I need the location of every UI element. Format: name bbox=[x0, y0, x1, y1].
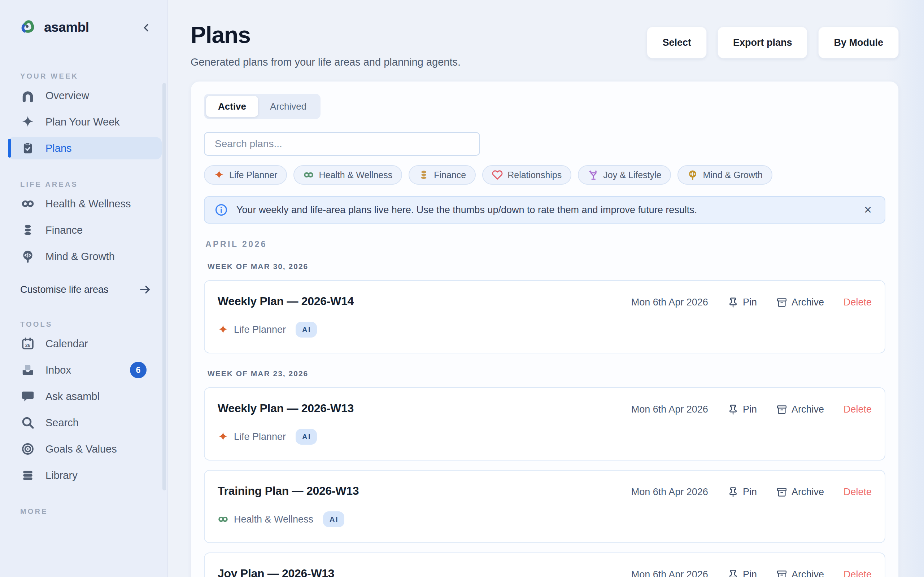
sparkle-icon bbox=[214, 169, 225, 180]
delete-button[interactable]: Delete bbox=[843, 297, 872, 308]
filter-chip-mind-growth[interactable]: Mind & Growth bbox=[677, 165, 772, 185]
chip-label: Health & Wellness bbox=[319, 170, 393, 180]
archive-button[interactable]: Archive bbox=[776, 297, 824, 308]
app-name: asambl bbox=[44, 20, 89, 35]
tab-archived[interactable]: Archived bbox=[258, 96, 318, 117]
sidebar-item-label: Health & Wellness bbox=[45, 198, 131, 210]
stack-icon bbox=[21, 469, 35, 482]
sidebar-item-library[interactable]: Library bbox=[0, 464, 162, 487]
search-icon bbox=[21, 416, 35, 429]
archive-label: Archive bbox=[792, 487, 824, 498]
archive-label: Archive bbox=[792, 404, 824, 415]
pin-label: Pin bbox=[743, 569, 757, 577]
pin-button[interactable]: Pin bbox=[728, 487, 757, 498]
filter-chip-health-wellness[interactable]: Health & Wellness bbox=[294, 165, 402, 185]
sidebar-item-overview[interactable]: Overview bbox=[0, 84, 162, 107]
delete-button[interactable]: Delete bbox=[843, 569, 872, 577]
plan-card-left: Training Plan — 2026-W13 Health & Wellne… bbox=[218, 484, 359, 527]
target-icon bbox=[21, 442, 35, 456]
by-module-button[interactable]: By Module bbox=[818, 27, 899, 58]
sidebar-item-plan-your-week[interactable]: Plan Your Week bbox=[0, 111, 162, 133]
chip-label: Life Planner bbox=[229, 170, 277, 180]
search-plans-input[interactable] bbox=[204, 132, 480, 156]
clipboard-check-icon bbox=[21, 141, 35, 155]
pin-button[interactable]: Pin bbox=[728, 404, 757, 415]
plan-title: Joy Plan — 2026-W13 bbox=[218, 567, 334, 577]
info-banner-text: Your weekly and life-area plans live her… bbox=[236, 205, 853, 216]
sidebar-item-label: Mind & Growth bbox=[45, 251, 115, 263]
info-banner: Your weekly and life-area plans live her… bbox=[204, 196, 885, 224]
calendar-day-number: 26 bbox=[25, 343, 30, 348]
sidebar-item-plans[interactable]: Plans bbox=[8, 137, 162, 160]
overview-arch-icon bbox=[21, 89, 35, 102]
page-subtitle: Generated plans from your life areas and… bbox=[191, 56, 460, 68]
plan-date: Mon 6th Apr 2026 bbox=[631, 487, 708, 498]
filter-chip-relationships[interactable]: Relationships bbox=[482, 165, 571, 185]
week-label: WEEK OF MAR 23, 2026 bbox=[208, 369, 885, 378]
chip-label: Finance bbox=[434, 170, 466, 180]
sidebar-item-ask-asambl[interactable]: Ask asambl bbox=[0, 385, 162, 408]
sidebar-item-inbox[interactable]: Inbox 6 bbox=[0, 359, 162, 381]
customise-life-areas-link[interactable]: Customise life areas bbox=[0, 280, 168, 299]
sidebar-item-finance[interactable]: Finance bbox=[0, 219, 162, 241]
archive-button[interactable]: Archive bbox=[776, 569, 824, 577]
plan-card[interactable]: Joy Plan — 2026-W13 Mon 6th Apr 2026 Pin… bbox=[204, 553, 885, 577]
pin-button[interactable]: Pin bbox=[728, 297, 757, 308]
sidebar-item-label: Calendar bbox=[45, 338, 88, 350]
plan-agent: Life Planner bbox=[234, 324, 286, 335]
pin-label: Pin bbox=[743, 297, 757, 308]
pin-icon bbox=[728, 569, 738, 577]
header-actions: Select Export plans By Module bbox=[647, 27, 899, 58]
sidebar-item-goals-values[interactable]: Goals & Values bbox=[0, 438, 162, 460]
main-area: Plans Generated plans from your life are… bbox=[168, 0, 924, 577]
sidebar-item-calendar[interactable]: 26 Calendar bbox=[0, 332, 162, 355]
plan-card[interactable]: Weekly Plan — 2026-W14 Life Planner AI M… bbox=[204, 280, 885, 353]
sparkle-icon bbox=[218, 431, 228, 442]
archive-button[interactable]: Archive bbox=[776, 404, 824, 415]
pin-icon bbox=[728, 487, 738, 498]
sidebar-item-health-wellness[interactable]: Health & Wellness bbox=[0, 193, 162, 215]
plans-panel: Active Archived Life Planner Health & We… bbox=[191, 81, 899, 577]
sidebar-item-label: Inbox bbox=[45, 364, 71, 376]
select-button[interactable]: Select bbox=[647, 27, 707, 58]
plan-card-left: Weekly Plan — 2026-W14 Life Planner AI bbox=[218, 295, 354, 338]
pin-icon bbox=[728, 297, 738, 308]
sidebar-item-search[interactable]: Search bbox=[0, 411, 162, 434]
sidebar-item-label: Finance bbox=[45, 224, 82, 236]
ai-badge: AI bbox=[323, 511, 344, 527]
export-plans-button[interactable]: Export plans bbox=[717, 27, 808, 58]
filter-chip-finance[interactable]: Finance bbox=[409, 165, 476, 185]
pin-label: Pin bbox=[743, 487, 757, 498]
infinity-icon bbox=[303, 169, 314, 180]
logo-row: asambl bbox=[0, 0, 168, 35]
close-icon[interactable]: × bbox=[861, 203, 874, 216]
archive-button[interactable]: Archive bbox=[776, 487, 824, 498]
plan-card[interactable]: Training Plan — 2026-W13 Health & Wellne… bbox=[204, 470, 885, 543]
archive-icon bbox=[776, 297, 787, 308]
calendar-icon: 26 bbox=[21, 337, 35, 351]
delete-button[interactable]: Delete bbox=[843, 487, 872, 498]
filter-chip-joy-lifestyle[interactable]: Joy & Lifestyle bbox=[578, 165, 671, 185]
filter-chip-life-planner[interactable]: Life Planner bbox=[204, 165, 287, 185]
sidebar-item-mind-growth[interactable]: Mind & Growth bbox=[0, 245, 162, 268]
tab-active[interactable]: Active bbox=[206, 96, 258, 117]
plans-tabs: Active Archived bbox=[204, 94, 320, 119]
pin-button[interactable]: Pin bbox=[728, 569, 757, 577]
plan-card[interactable]: Weekly Plan — 2026-W13 Life Planner AI M… bbox=[204, 387, 885, 461]
plan-card-left: Weekly Plan — 2026-W13 Life Planner AI bbox=[218, 402, 354, 445]
pin-icon bbox=[728, 404, 738, 415]
ai-badge: AI bbox=[296, 429, 317, 445]
sidebar-item-label: Plans bbox=[45, 142, 72, 154]
sidebar-collapse-button[interactable] bbox=[139, 19, 155, 35]
sidebar-scrollbar[interactable] bbox=[162, 83, 166, 490]
sidebar-section-tools: TOOLS bbox=[20, 320, 168, 329]
pin-label: Pin bbox=[743, 404, 757, 415]
delete-button[interactable]: Delete bbox=[843, 404, 872, 415]
coins-icon bbox=[21, 223, 35, 237]
sidebar-section-more: MORE bbox=[20, 508, 168, 516]
page-title: Plans bbox=[191, 22, 460, 48]
coins-icon bbox=[418, 169, 429, 180]
plan-date: Mon 6th Apr 2026 bbox=[631, 404, 708, 415]
sidebar-item-label: Plan Your Week bbox=[45, 116, 120, 128]
chat-bubble-icon bbox=[21, 390, 35, 403]
